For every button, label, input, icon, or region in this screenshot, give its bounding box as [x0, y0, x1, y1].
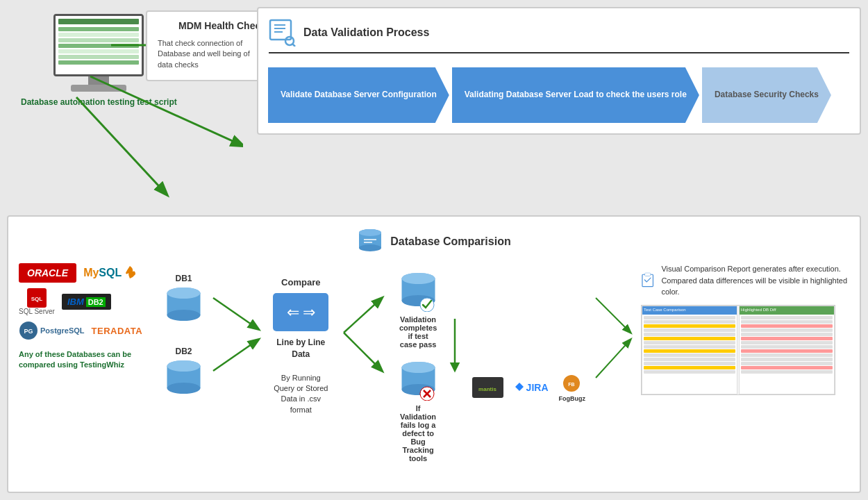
main-container: Database automation testing test script …: [0, 0, 868, 500]
report-header: Visual Comparison Report generates after…: [641, 263, 849, 298]
svg-text:FB: FB: [569, 382, 575, 387]
validation-steps: Validate Database Server Configuration V…: [269, 67, 849, 123]
db1-label: DB1: [175, 274, 192, 283]
arrows-from-compare: [337, 263, 392, 402]
validation-header: Data Validation Process: [269, 19, 849, 53]
down-arrow-svg: [444, 319, 465, 374]
svg-text:SQL: SQL: [31, 296, 43, 302]
validation-pass-group: Validation completes if test case pass: [399, 270, 437, 349]
svg-point-29: [167, 288, 201, 299]
mysql-logo: MySQL: [83, 265, 137, 282]
svg-line-2: [76, 97, 167, 194]
db2-icon: [165, 358, 203, 399]
sqlserver-logo: SQL SQL Server: [19, 288, 55, 315]
step-2: Validating Database Server Load to check…: [449, 67, 699, 123]
compare-arrows-box: ⇐ ⇒: [273, 293, 328, 331]
svg-line-56: [596, 340, 631, 378]
line-by-line-label: Line by Line Data: [272, 337, 330, 360]
bottom-title: Database Comparision: [390, 235, 510, 248]
validation-fail-text: If Validation fails log a defect to Bug …: [399, 404, 437, 462]
svg-line-15: [292, 44, 295, 47]
svg-text:PG: PG: [24, 328, 33, 335]
svg-line-35: [213, 340, 258, 371]
svg-point-32: [167, 383, 201, 394]
arrow-to-report: [592, 263, 634, 402]
fogbugz-text: FogBugz: [559, 395, 586, 402]
db2-cylinder: DB2: [165, 347, 203, 399]
svg-point-41: [401, 273, 435, 284]
step-3: Database Security Checks: [699, 67, 831, 123]
computer-label: Database automation testing test script: [21, 97, 177, 108]
arrow-report-svg: [592, 263, 634, 402]
svg-line-37: [344, 333, 382, 371]
svg-point-33: [167, 360, 201, 372]
svg-point-18: [359, 244, 381, 251]
jira-logo-text: JIRA: [514, 382, 549, 393]
report-screenshot: Test Case Comparison: [641, 305, 835, 395]
ibm-db2-logo: IBM DB2: [62, 294, 111, 310]
mantis-logo-group: mantis: [472, 377, 503, 398]
query-note: By Running Query or Stored Data in .csv …: [272, 373, 330, 416]
step-box-1: Validate Database Server Configuration: [268, 67, 449, 123]
svg-point-46: [401, 362, 435, 373]
db-compare-icon: [357, 227, 383, 256]
validation-panel: Data Validation Process Validate Databas…: [257, 7, 861, 135]
magnify-icon: [269, 19, 297, 47]
arrow-to-tools: [444, 263, 465, 402]
fogbugz-icon: FB: [560, 373, 584, 394]
compare-label: Compare: [281, 277, 320, 288]
mdm-description: That check connection of Database and we…: [158, 38, 252, 70]
step-1: Validate Database Server Configuration: [269, 67, 449, 123]
jira-logo-group: JIRA: [514, 382, 549, 393]
validation-pass-text: Validation completes if test case pass: [399, 315, 437, 349]
arrow-svg2: [337, 263, 392, 402]
svg-point-19: [359, 229, 381, 236]
result-icons: Validation completes if test case pass I…: [399, 263, 437, 402]
db1-cylinder: DB1: [165, 274, 203, 326]
tool-logos: mantis JIRA FB: [472, 373, 585, 402]
top-section: Database automation testing test script …: [7, 7, 861, 208]
arrows-to-compare: [210, 263, 265, 402]
db-cylinders: DB1 DB2: [165, 263, 203, 402]
step-box-3: Database Security Checks: [702, 67, 831, 123]
computer-screen: [53, 14, 144, 76]
db-checkmark-icon: [399, 270, 437, 312]
svg-point-28: [167, 310, 201, 321]
clipboard-icon: [641, 263, 654, 297]
oracle-logo: ORACLE: [19, 263, 76, 283]
bottom-section: Database Comparision ORACLE MySQL: [7, 215, 861, 493]
mdm-title: MDM Health Check: [178, 20, 266, 31]
tools-and-report: mantis JIRA FB: [472, 263, 585, 402]
fogbugz-logo-group: FB FogBugz: [559, 373, 586, 402]
report-description: Visual Comparison Report generates after…: [661, 263, 849, 298]
bottom-header: Database Comparision: [19, 227, 849, 256]
arrow-svg: [210, 263, 265, 402]
db-logos-column: ORACLE MySQL SQL: [19, 263, 158, 371]
db-logos-note: Any of these Databases can be compared u…: [19, 349, 158, 371]
validation-fail-group: If Validation fails log a defect to Bug …: [399, 359, 437, 462]
db-cross-icon: [399, 359, 437, 401]
svg-text:mantis: mantis: [478, 386, 496, 392]
svg-rect-59: [645, 273, 651, 276]
compare-section: Compare ⇐ ⇒ Line by Line Data By Running…: [272, 263, 330, 415]
svg-line-55: [596, 298, 631, 333]
report-section: Visual Comparison Report generates after…: [641, 263, 849, 395]
db2-label: DB2: [175, 347, 192, 356]
svg-line-34: [213, 298, 258, 329]
left-side: Database automation testing test script …: [7, 7, 243, 208]
mantis-icon: mantis: [472, 377, 503, 398]
svg-line-36: [344, 298, 382, 333]
postgresql-logo: PG PostgreSQL: [19, 321, 85, 340]
db1-icon: [165, 285, 203, 326]
teradata-logo: TERADATA: [92, 326, 143, 336]
validation-title: Data Validation Process: [303, 26, 429, 39]
step-box-2: Validating Database Server Load to check…: [452, 67, 699, 123]
